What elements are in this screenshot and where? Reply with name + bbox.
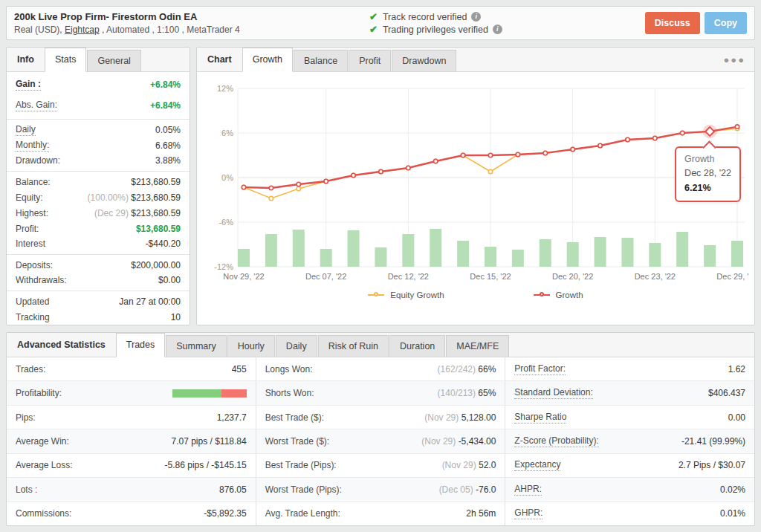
stat-label: Daily <box>16 124 36 136</box>
volume-bar <box>621 238 633 267</box>
legend-label: Equity Growth <box>390 291 444 299</box>
advanced-statistics-table: Trades:455Profitability:Pips:1,237.7Aver… <box>7 357 754 525</box>
table-row-label: Worst Trade ($): <box>265 436 329 447</box>
volume-bar <box>457 241 469 267</box>
tab-risk-of-ruin[interactable]: Risk of Ruin <box>318 335 389 357</box>
table-row: Average Win:7.07 pips / $118.84 <box>7 429 256 453</box>
data-point-growth <box>571 147 574 151</box>
volume-bar <box>649 243 661 267</box>
stat-value-muted: (100.00%) <box>88 192 132 203</box>
info-icon[interactable]: i <box>471 12 481 22</box>
panel-title-advanced-statistics: Advanced Statistics <box>7 333 116 357</box>
legend-marker-equity-growth <box>374 292 378 296</box>
table-row-label: Average Win: <box>16 436 69 447</box>
stat-label: Abs. Gain: <box>16 100 57 111</box>
chart-tooltip: Growth Dec 28, '22 6.21% <box>675 146 741 202</box>
account-header: 200k Live Prop Firm- Firestorm Odin EA R… <box>6 6 755 40</box>
stat-value: (Dec 29) $213,680.59 <box>94 208 181 218</box>
broker-link[interactable]: Eightcap <box>65 25 100 35</box>
tab-growth[interactable]: Growth <box>242 48 293 72</box>
table-row: Profit Factor:1.62 <box>505 357 754 381</box>
data-point-growth <box>352 173 355 177</box>
y-tick-label: -12% <box>214 262 233 271</box>
x-tick-label: Dec 15, '22 <box>470 272 511 281</box>
table-row-label: Best Trade (Pips): <box>265 460 337 470</box>
volume-bar <box>320 249 332 267</box>
tab-drawdown[interactable]: Drawdown <box>392 50 456 71</box>
stat-value: -$440.20 <box>146 239 181 249</box>
tab-mae-mfe[interactable]: MAE/MFE <box>446 335 509 357</box>
table-row-label: GHPR: <box>514 507 543 519</box>
table-value-muted: (Dec 05) <box>439 484 476 495</box>
info-panel: InfoStatsGeneral Gain :+6.84%Abs. Gain:+… <box>6 47 190 325</box>
stat-row: Highest:(Dec 29) $213,680.59 <box>7 205 190 221</box>
stat-value: 0.05% <box>155 125 181 135</box>
table-value-muted: (Nov 29) <box>442 460 479 470</box>
table-row-value: -$5,892.35 <box>204 508 246 519</box>
stat-value: +6.84% <box>150 80 181 90</box>
tab-daily[interactable]: Daily <box>276 335 317 357</box>
stat-value: 10 <box>171 312 181 322</box>
stat-row: Drawdown:3.88% <box>7 153 190 172</box>
stat-label: Gain : <box>16 79 41 91</box>
stat-label: Interest <box>16 239 45 249</box>
header-buttons: Discuss Copy <box>645 12 747 34</box>
table-row-label: Shorts Won: <box>265 388 314 398</box>
page: 200k Live Prop Firm- Firestorm Odin EA R… <box>0 0 761 532</box>
table-row-value: 0.01% <box>720 508 745 519</box>
table-row: Worst Trade ($):(Nov 29) -5,434.00 <box>256 429 505 453</box>
tab-duration[interactable]: Duration <box>389 335 445 357</box>
volume-bar <box>540 239 551 267</box>
tab-hourly[interactable]: Hourly <box>227 335 275 357</box>
table-value-muted: (Nov 29) <box>424 412 461 423</box>
table-row: Commissions:-$5,892.35 <box>7 502 256 525</box>
x-tick-label: Nov 29, '22 <box>223 272 264 281</box>
more-options-icon[interactable]: ●●● <box>714 49 754 71</box>
table-row-label: Lots : <box>16 484 37 495</box>
table-row: Longs Won:(162/242) 66% <box>256 357 505 381</box>
y-tick-label: 12% <box>217 84 233 93</box>
table-row-label: Expectancy <box>514 459 560 471</box>
account-title-block: 200k Live Prop Firm- Firestorm Odin EA R… <box>14 11 369 35</box>
growth-chart[interactable]: 12%6%0%-6%-12%Nov 29, '22Dec 07, '22Dec … <box>202 78 749 285</box>
tab-trades[interactable]: Trades <box>116 333 165 357</box>
stat-label: Balance: <box>16 177 51 187</box>
chart-legend: Equity GrowthGrowth <box>202 285 749 299</box>
stat-row: Equity:(100.00%) $213,680.59 <box>7 189 190 205</box>
verification-label: Track record verified <box>383 12 467 22</box>
tab-profit[interactable]: Profit <box>349 50 391 71</box>
verification-row: ✔Track record verifiedi <box>369 11 645 22</box>
tab-general[interactable]: General <box>87 50 140 71</box>
tab-stats[interactable]: Stats <box>45 48 87 72</box>
table-row: Lots :876.05 <box>7 478 256 502</box>
info-icon[interactable]: i <box>493 25 502 34</box>
table-row-value: 2h 56m <box>466 508 496 519</box>
stat-label: Tracking <box>16 312 50 322</box>
table-row-value: 876.05 <box>219 484 247 495</box>
table-row: Worst Trade (Pips):(Dec 05) -76.0 <box>256 478 505 502</box>
data-point-growth <box>461 153 464 157</box>
tab-summary[interactable]: Summary <box>166 335 226 357</box>
table-row-label: Longs Won: <box>265 364 313 374</box>
stat-label: Monthly: <box>16 140 49 152</box>
volume-bar <box>676 232 688 267</box>
data-point-growth <box>269 186 273 189</box>
table-row-value: (Nov 29) -5,434.00 <box>421 436 496 447</box>
copy-button[interactable]: Copy <box>705 12 747 34</box>
legend-growth[interactable]: Growth <box>534 291 583 299</box>
tab-balance[interactable]: Balance <box>294 50 348 71</box>
data-point-growth <box>681 131 684 134</box>
table-row-value: -5.86 pips / -$145.15 <box>165 460 247 470</box>
discuss-button[interactable]: Discuss <box>645 12 700 34</box>
legend-equity-growth[interactable]: Equity Growth <box>368 291 444 299</box>
table-row: Pips:1,237.7 <box>7 406 256 429</box>
data-point-equity-growth <box>297 186 300 190</box>
growth-chart-svg[interactable]: 12%6%0%-6%-12%Nov 29, '22Dec 07, '22Dec … <box>202 78 749 283</box>
table-row: Z-Score (Probability):-21.41 (99.99%) <box>505 429 754 453</box>
volume-bar <box>512 250 524 267</box>
table-row-value: 455 <box>232 364 247 374</box>
stat-row: Gain :+6.84% <box>7 74 190 95</box>
stat-label: Drawdown: <box>16 155 60 166</box>
verified-check-icon: ✔ <box>369 24 378 35</box>
table-row-label: Best Trade ($): <box>265 412 324 423</box>
